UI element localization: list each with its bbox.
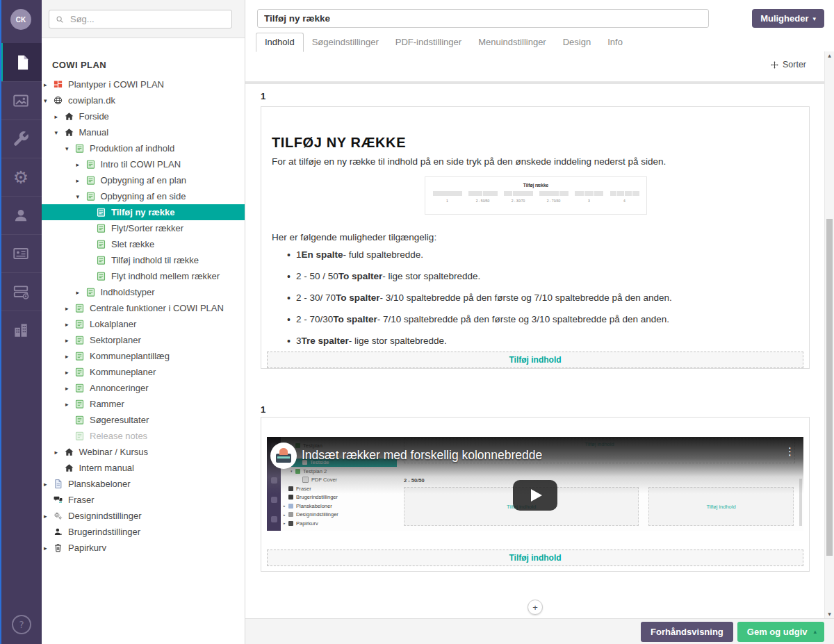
sidebar-item-id-card[interactable]	[0, 234, 42, 272]
page-green-icon	[74, 335, 85, 345]
preview-button[interactable]: Forhåndsvisning	[641, 622, 733, 642]
chevron-right-icon[interactable]: ▸	[55, 449, 64, 456]
tree-item-intern-manual[interactable]: Intern manual	[42, 460, 245, 476]
tab-indhold[interactable]: Indhold	[256, 33, 304, 52]
add-content-button[interactable]: Tilføj indhold	[267, 352, 803, 368]
help-button[interactable]: ?	[12, 615, 31, 634]
chevron-right-icon[interactable]: ▸	[65, 337, 74, 344]
video-player[interactable]: ▾TestplanTestside▾Testplan 2PDF CoverFra…	[267, 437, 803, 531]
avatar[interactable]: CK	[10, 9, 31, 30]
tree-item-release-notes[interactable]: Release notes	[42, 428, 245, 444]
chevron-right-icon[interactable]: ▸	[65, 305, 74, 312]
chevron-down-icon[interactable]: ▾	[65, 145, 74, 152]
grid-red-icon	[53, 79, 63, 90]
sidebar-item-document[interactable]	[0, 43, 42, 81]
video-menu-icon[interactable]: ⋮	[785, 445, 795, 458]
tree-item-opbygning-af-en-side[interactable]: ▾Opbygning af en side	[42, 188, 245, 204]
chevron-right-icon[interactable]: ▸	[44, 513, 53, 520]
scroll-up-icon[interactable]: ▲	[825, 51, 834, 60]
chevron-down-icon: ▾	[812, 15, 816, 22]
app-sidebar: CK ⚙ ?	[0, 0, 42, 644]
tree-item-manual[interactable]: ▾Manual	[42, 124, 245, 140]
tree-item-papirkurv[interactable]: ▸Papirkurv	[42, 540, 245, 556]
sorter-button[interactable]: Sorter	[770, 60, 806, 69]
chevron-right-icon[interactable]: ▸	[65, 369, 74, 376]
tab-menuindstillinger[interactable]: Menuindstillinger	[470, 33, 555, 51]
options-button[interactable]: Muligheder ▾	[752, 9, 824, 28]
tree-item-label: Kommuneplaner	[90, 367, 156, 377]
tree-item-lokalplaner[interactable]: ▸Lokalplaner	[42, 316, 245, 332]
row-index: 1	[261, 404, 265, 415]
preview-button-label: Forhåndsvisning	[651, 627, 723, 637]
chevron-right-icon[interactable]: ▸	[44, 545, 53, 552]
page-title-input[interactable]	[257, 9, 709, 28]
tree-item-sektorplaner[interactable]: ▸Sektorplaner	[42, 332, 245, 348]
chevron-right-icon[interactable]: ▸	[76, 161, 85, 168]
sidebar-item-rows-settings[interactable]	[0, 272, 42, 311]
tree-item-label: Papirkurv	[68, 543, 106, 553]
tree-item-indholdstyper[interactable]: ▸Indholdstyper	[42, 284, 245, 300]
sidebar-item-buildings[interactable]	[0, 311, 42, 349]
sidebar-item-gear[interactable]: ⚙	[0, 158, 42, 196]
tree-item-tilføj-indhold-til-række[interactable]: Tilføj indhold til række	[42, 252, 245, 268]
publish-button[interactable]: Gem og udgiv ▴	[737, 622, 824, 642]
row-option-2-70-30: 2 - 70/30	[539, 191, 569, 203]
tree-item-tilføj-ny-række[interactable]: Tilføj ny række	[42, 204, 245, 220]
add-content-button[interactable]: Tilføj indhold	[267, 550, 803, 566]
chevron-right-icon[interactable]: ▸	[65, 385, 74, 392]
add-row-button[interactable]: +	[528, 600, 543, 615]
tree-item-produktion-af-indhold[interactable]: ▾Produktion af indhold	[42, 140, 245, 156]
tree-item-label: Intern manual	[79, 463, 135, 473]
scroll-down-icon[interactable]: ▼	[825, 610, 834, 618]
trash-icon	[53, 543, 63, 553]
tree-item-kommuneplantillæg[interactable]: ▸Kommuneplantillæg	[42, 348, 245, 364]
tab-søgeindstillinger[interactable]: Søgeindstillinger	[304, 33, 387, 51]
chevron-right-icon[interactable]: ▸	[65, 401, 74, 408]
tree-item-søgeresultater[interactable]: Søgeresultater	[42, 412, 245, 428]
globe-icon	[53, 95, 63, 106]
chevron-right-icon[interactable]: ▸	[76, 289, 85, 296]
sidebar-nav: ⚙	[0, 43, 42, 349]
tree-item-flyt-indhold-mellem-rækker[interactable]: Flyt indhold mellem rækker	[42, 268, 245, 284]
tree-item-webinar-kursus[interactable]: ▸Webinar / Kursus	[42, 444, 245, 460]
tree-item-rammer[interactable]: ▸Rammer	[42, 396, 245, 412]
search-input[interactable]	[69, 13, 226, 25]
tree-item-designindstillinger[interactable]: ▸Designindstillinger	[42, 508, 245, 524]
tree-item-flyt-sorter-rækker[interactable]: Flyt/Sorter rækker	[42, 220, 245, 236]
sidebar-item-user[interactable]	[0, 196, 42, 234]
tree-item-centrale-funktioner-i-cowi-plan[interactable]: ▸Centrale funktioner i COWI PLAN	[42, 300, 245, 316]
tree-item-fraser[interactable]: Fraser	[42, 492, 245, 508]
tab-design[interactable]: Design	[555, 33, 599, 51]
tree-item-planskabeloner[interactable]: ▸Planskabeloner	[42, 476, 245, 492]
tree-item-forside[interactable]: ▸Forside	[42, 108, 245, 124]
tree-item-plantyper-i-cowi-plan[interactable]: ▸Plantyper i COWI PLAN	[42, 76, 245, 92]
tree-item-cowiplan-dk[interactable]: ▾cowiplan.dk	[42, 92, 245, 108]
play-button[interactable]	[513, 480, 557, 511]
chevron-down-icon[interactable]: ▾	[55, 129, 64, 136]
tree-item-intro-til-cowi-plan[interactable]: ▸Intro til COWI PLAN	[42, 156, 245, 172]
search-box	[49, 10, 232, 28]
page-green-icon	[85, 191, 96, 201]
chevron-right-icon[interactable]: ▸	[55, 113, 64, 120]
sidebar-item-image[interactable]	[0, 81, 42, 119]
tree-item-slet-række[interactable]: Slet række	[42, 236, 245, 252]
chevron-right-icon[interactable]: ▸	[44, 481, 53, 488]
tree-item-kommuneplaner[interactable]: ▸Kommuneplaner	[42, 364, 245, 380]
scrollbar-thumb[interactable]	[826, 219, 833, 556]
chevron-down-icon[interactable]: ▾	[44, 97, 53, 104]
chevron-right-icon[interactable]: ▸	[65, 353, 74, 360]
tree-item-brugerindstillinger[interactable]: Brugerindstillinger	[42, 524, 245, 540]
chevron-right-icon[interactable]: ▸	[76, 177, 85, 184]
tab-pdf-indstillinger[interactable]: PDF-indstillinger	[387, 33, 470, 51]
scrollbar[interactable]: ▲ ▼	[824, 51, 834, 618]
publish-dropdown-caret[interactable]: ▴	[813, 628, 817, 635]
tab-info[interactable]: Info	[599, 33, 631, 51]
chevron-down-icon[interactable]: ▾	[76, 193, 85, 200]
sidebar-item-wrench[interactable]	[0, 119, 42, 158]
tree-item-opbygning-af-en-plan[interactable]: ▸Opbygning af en plan	[42, 172, 245, 188]
chevron-right-icon[interactable]: ▸	[65, 321, 74, 328]
tree-item-annonceringer[interactable]: ▸Annonceringer	[42, 380, 245, 396]
chevron-right-icon[interactable]: ▸	[44, 81, 53, 88]
page-green-icon	[74, 143, 85, 154]
tree-root-title: COWI PLAN	[52, 60, 106, 70]
